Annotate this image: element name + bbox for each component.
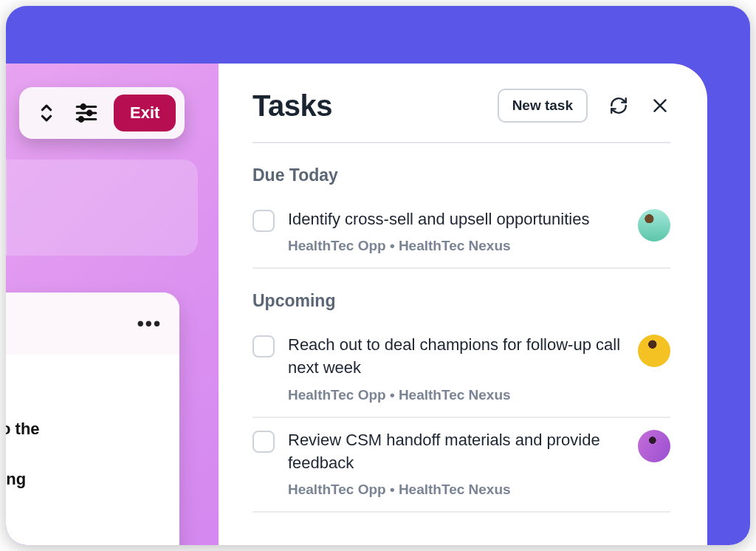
task-title: Identify cross-sell and upsell opportuni… [288, 208, 625, 230]
task-meta: HealthTec Opp • HealthTec Nexus [288, 387, 625, 403]
close-icon[interactable] [650, 95, 670, 116]
task-body: Identify cross-sell and upsell opportuni… [288, 208, 625, 254]
sliders-icon[interactable] [74, 100, 99, 126]
note-line: tions, so the [6, 417, 160, 442]
note-card: ••• budget tions, so the on-making s yet [6, 292, 179, 545]
task-checkbox[interactable] [252, 210, 275, 232]
task-meta: HealthTec Opp • HealthTec Nexus [288, 238, 625, 254]
note-card-header: ••• [6, 292, 179, 355]
section-due-today: Due Today [252, 165, 670, 185]
assignee-avatar[interactable] [638, 209, 670, 242]
context-line: al age [6, 177, 179, 208]
note-line: s yet [6, 493, 160, 518]
assignee-avatar[interactable] [638, 430, 670, 462]
task-body: Review CSM handoff materials and provide… [288, 428, 625, 498]
panel-actions: New task [498, 89, 670, 123]
panel-title: Tasks [252, 89, 332, 123]
task-body: Reach out to deal champions for follow-u… [288, 333, 625, 403]
tasks-panel: Tasks New task Due Today Identify cross-… [219, 64, 707, 545]
task-title: Review CSM handoff materials and provide… [288, 428, 625, 474]
assignee-avatar[interactable] [638, 335, 670, 367]
task-title: Reach out to deal champions for follow-u… [288, 333, 625, 379]
tasks-panel-header: Tasks New task [252, 89, 670, 143]
task-checkbox[interactable] [252, 335, 275, 357]
new-task-button[interactable]: New task [498, 89, 588, 123]
note-line: on-making [6, 467, 160, 492]
note-line: budget [6, 391, 160, 417]
refresh-icon[interactable] [608, 95, 629, 116]
task-row[interactable]: Reach out to deal champions for follow-u… [252, 323, 670, 417]
svg-point-3 [81, 105, 86, 109]
task-checkbox[interactable] [252, 431, 275, 453]
task-row[interactable]: Review CSM handoff materials and provide… [252, 418, 670, 513]
exit-button[interactable]: Exit [114, 95, 176, 131]
svg-point-4 [87, 111, 92, 115]
app-frame: Exit al age days ••• budget tions, so th… [6, 6, 750, 545]
section-upcoming: Upcoming [252, 291, 670, 311]
task-row[interactable]: Identify cross-sell and upsell opportuni… [252, 197, 670, 269]
sort-icon[interactable] [34, 100, 59, 126]
left-toolbar: Exit [19, 87, 185, 139]
context-line: days [6, 208, 179, 238]
more-icon[interactable]: ••• [137, 309, 162, 338]
context-card: al age days [6, 160, 198, 256]
svg-point-5 [79, 117, 83, 122]
task-meta: HealthTec Opp • HealthTec Nexus [288, 482, 625, 498]
workspace-surface: Exit al age days ••• budget tions, so th… [6, 64, 707, 545]
